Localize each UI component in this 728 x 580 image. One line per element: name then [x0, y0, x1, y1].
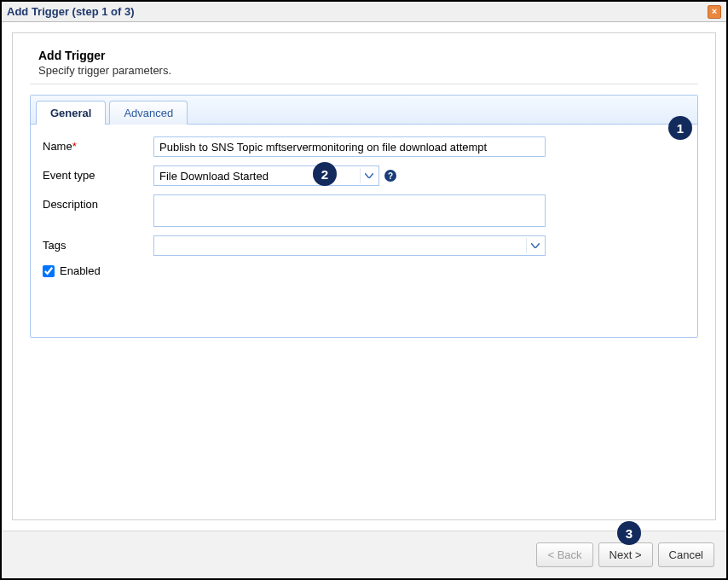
chevron-down-icon: [360, 168, 377, 183]
description-input[interactable]: [153, 194, 546, 227]
enabled-checkbox[interactable]: [43, 265, 55, 277]
cancel-button[interactable]: Cancel: [658, 542, 714, 567]
chevron-down-icon: [526, 238, 543, 253]
header-block: Add Trigger Specify trigger parameters.: [30, 45, 698, 84]
label-description: Description: [43, 194, 153, 211]
row-enabled: Enabled: [43, 264, 685, 277]
titlebar: Add Trigger (step 1 of 3) ×: [2, 2, 726, 22]
tabstrip: General Advanced: [31, 96, 697, 125]
window-title: Add Trigger (step 1 of 3): [7, 5, 135, 18]
content-area: Add Trigger Specify trigger parameters. …: [2, 22, 726, 531]
event-type-value: File Download Started: [159, 170, 269, 183]
event-type-dropdown[interactable]: File Download Started: [153, 165, 379, 186]
tab-general[interactable]: General: [36, 101, 106, 125]
label-tags: Tags: [43, 235, 153, 252]
row-event-type: Event type File Download Started ? 2: [43, 165, 685, 186]
tags-dropdown[interactable]: [153, 235, 546, 256]
inner-panel: Add Trigger Specify trigger parameters. …: [12, 32, 716, 520]
row-tags: Tags: [43, 235, 685, 256]
close-icon[interactable]: ×: [708, 5, 721, 19]
label-event-type: Event type: [43, 165, 153, 182]
name-input[interactable]: [153, 136, 546, 157]
form-card: General Advanced Name* 1 Event type: [30, 95, 698, 338]
label-enabled: Enabled: [60, 264, 101, 277]
dialog-window: Add Trigger (step 1 of 3) × Add Trigger …: [0, 0, 728, 580]
back-button: < Back: [536, 542, 592, 567]
page-title: Add Trigger: [38, 49, 698, 62]
next-button[interactable]: Next >: [598, 542, 653, 567]
form-body: Name* 1 Event type File Download Started: [31, 125, 697, 337]
help-icon[interactable]: ?: [384, 170, 396, 182]
footer: 3 < Back Next > Cancel: [2, 531, 726, 578]
page-subtitle: Specify trigger parameters.: [38, 64, 698, 77]
label-name: Name*: [43, 136, 153, 153]
tab-advanced[interactable]: Advanced: [109, 101, 188, 125]
required-asterisk: *: [72, 140, 77, 153]
row-name: Name* 1: [43, 136, 685, 157]
row-description: Description: [43, 194, 685, 227]
